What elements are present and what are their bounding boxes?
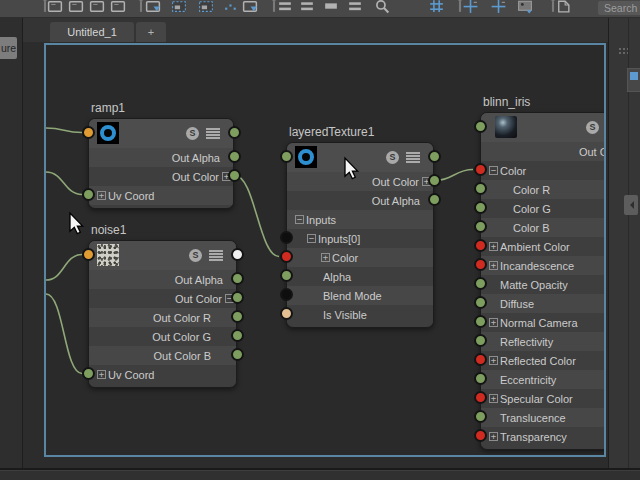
port-blinn_iris-reflected-color[interactable] xyxy=(474,353,487,366)
port-ramp1-header-output[interactable] xyxy=(228,126,241,139)
align-crosshair-icon[interactable] xyxy=(462,0,478,13)
graph-add-selected-icon[interactable] xyxy=(242,0,258,13)
attr-row-out-alpha[interactable]: Out Alpha xyxy=(89,270,236,289)
port-noise1-out-color-r[interactable] xyxy=(231,310,244,323)
attr-row-color-g[interactable]: Color G xyxy=(481,199,606,218)
port-layeredTexture1-color[interactable] xyxy=(280,250,293,263)
display-simple-mode-icon[interactable] xyxy=(277,0,293,13)
attr-row-color[interactable]: +Color xyxy=(287,248,433,267)
node-ramp1[interactable]: SOut AlphaOut Color++Uv Coord xyxy=(88,118,234,209)
port-blinn_iris-reflectivity[interactable] xyxy=(474,334,487,347)
attr-row-is-visible[interactable]: Is Visible xyxy=(287,305,433,324)
attr-row-alpha[interactable]: Alpha xyxy=(287,267,433,286)
port-noise1-uv-coord[interactable] xyxy=(82,367,95,380)
attr-row-incandescence[interactable]: +Incandescence xyxy=(481,256,606,275)
new-tab-icon[interactable] xyxy=(68,0,84,13)
expand-box-icon[interactable]: + xyxy=(489,432,498,441)
port-ramp1-out-alpha[interactable] xyxy=(228,150,241,163)
expand-box-icon[interactable]: + xyxy=(489,318,498,327)
port-noise1-out-color[interactable] xyxy=(231,291,244,304)
node-graph-view[interactable]: SOut AlphaOut Color++Uv Coordramp1SOut A… xyxy=(44,43,606,457)
port-blinn_iris-transparency[interactable] xyxy=(474,429,487,442)
display-connected-mode-icon[interactable] xyxy=(299,0,315,13)
attr-row-blend-mode[interactable]: Blend Mode xyxy=(287,286,433,305)
add-to-graph-icon[interactable] xyxy=(145,0,161,13)
attr-row-out-color[interactable]: Out Color+ xyxy=(89,167,233,186)
port-blinn_iris-header-input[interactable] xyxy=(474,120,487,133)
attr-row-out-alpha[interactable]: Out Alpha xyxy=(287,191,433,210)
attr-row-translucence[interactable]: Translucence xyxy=(481,408,606,427)
open-graph-icon[interactable] xyxy=(110,0,126,13)
attr-row-eccentricity[interactable]: Eccentricity xyxy=(481,370,606,389)
collapse-box-icon[interactable]: − xyxy=(489,166,498,175)
node-blinn_iris[interactable]: SOut Color−ColorColor RColor GColor B+Am… xyxy=(480,112,606,450)
swatch-image-icon[interactable] xyxy=(517,0,533,13)
expand-box-icon[interactable]: + xyxy=(489,394,498,403)
expand-box-icon[interactable]: + xyxy=(489,356,498,365)
shading-group-badge-icon[interactable]: S xyxy=(586,121,599,134)
node-header[interactable]: S xyxy=(481,113,606,142)
port-layeredTexture1-alpha[interactable] xyxy=(280,269,293,282)
pin-crosshair-icon[interactable] xyxy=(490,0,506,13)
left-panel-tab-fragment[interactable]: ure xyxy=(0,37,17,59)
tab-untitled-1[interactable]: Untitled_1 xyxy=(50,22,134,42)
attr-row-normal-camera[interactable]: +Normal Camera xyxy=(481,313,606,332)
port-ramp1-out-color[interactable] xyxy=(228,169,241,182)
collapse-box-icon[interactable]: − xyxy=(295,215,304,224)
node-header[interactable]: S xyxy=(89,241,236,270)
attr-row-color-b[interactable]: Color B xyxy=(481,218,606,237)
attr-row-uv-coord[interactable]: +Uv Coord xyxy=(89,186,233,205)
port-layeredTexture1-inputs-0-[interactable] xyxy=(280,231,293,244)
port-ramp1-uv-coord[interactable] xyxy=(82,188,95,201)
attr-row-inputs-0-[interactable]: −Inputs[0] xyxy=(287,229,433,248)
port-noise1-out-color-g[interactable] xyxy=(231,329,244,342)
attr-row-matte-opacity[interactable]: Matte Opacity xyxy=(481,275,606,294)
search-input[interactable]: Search xyxy=(598,1,640,15)
port-blinn_iris-color-g[interactable] xyxy=(474,201,487,214)
attr-row-out-color[interactable]: Out Color+ xyxy=(287,172,433,191)
attr-row-reflected-color[interactable]: +Reflected Color xyxy=(481,351,606,370)
port-blinn_iris-diffuse[interactable] xyxy=(474,296,487,309)
port-layeredTexture1-out-color[interactable] xyxy=(428,174,441,187)
attr-row-out-color[interactable]: Out Color xyxy=(481,142,606,161)
port-blinn_iris-color-r[interactable] xyxy=(474,182,487,195)
expand-box-icon[interactable]: + xyxy=(489,261,498,270)
port-noise1-out-color-b[interactable] xyxy=(231,348,244,361)
panel-grip-icon[interactable] xyxy=(618,47,628,55)
attr-row-inputs[interactable]: −Inputs xyxy=(287,210,433,229)
shading-group-badge-icon[interactable]: S xyxy=(386,151,399,164)
attr-row-specular-color[interactable]: +Specular Color xyxy=(481,389,606,408)
attr-row-out-color[interactable]: Out Color− xyxy=(89,289,236,308)
expand-box-icon[interactable]: + xyxy=(321,253,330,262)
node-header[interactable]: S xyxy=(89,119,233,148)
display-custom-mode-icon[interactable] xyxy=(347,0,363,13)
right-panel-button[interactable] xyxy=(627,68,640,92)
port-blinn_iris-eccentricity[interactable] xyxy=(474,372,487,385)
attr-row-diffuse[interactable]: Diffuse xyxy=(481,294,606,313)
graph-output-selection-icon[interactable] xyxy=(198,0,214,13)
bookmark-page-icon[interactable] xyxy=(555,0,571,13)
port-layeredTexture1-is-visible[interactable] xyxy=(280,307,293,320)
port-noise1-header-output[interactable] xyxy=(231,248,244,261)
attr-row-out-color-g[interactable]: Out Color G xyxy=(89,327,236,346)
port-layeredTexture1-header-input[interactable] xyxy=(280,150,293,163)
attr-row-uv-coord[interactable]: +Uv Coord xyxy=(89,365,236,384)
duplicate-tab-icon[interactable] xyxy=(89,0,105,13)
attr-row-out-color-b[interactable]: Out Color B xyxy=(89,346,236,365)
zoom-tool-icon[interactable] xyxy=(374,0,390,13)
port-blinn_iris-color-b[interactable] xyxy=(474,220,487,233)
node-header[interactable]: S xyxy=(287,143,433,172)
port-blinn_iris-ambient-color[interactable] xyxy=(474,239,487,252)
expand-box-icon[interactable]: + xyxy=(489,242,498,251)
port-ramp1-header-input[interactable] xyxy=(82,126,95,139)
port-blinn_iris-normal-camera[interactable] xyxy=(474,315,487,328)
node-layeredTexture1[interactable]: SOut Color+Out Alpha−Inputs−Inputs[0]+Co… xyxy=(286,142,434,328)
attr-row-out-color-r[interactable]: Out Color R xyxy=(89,308,236,327)
port-blinn_iris-specular-color[interactable] xyxy=(474,391,487,404)
attribute-list-mode-icon[interactable] xyxy=(206,127,220,140)
right-panel-collapse-button[interactable] xyxy=(624,195,638,215)
port-blinn_iris-color[interactable] xyxy=(474,163,487,176)
attr-row-ambient-color[interactable]: +Ambient Color xyxy=(481,237,606,256)
port-layeredTexture1-blend-mode[interactable] xyxy=(280,288,293,301)
shading-group-badge-icon[interactable]: S xyxy=(189,249,202,262)
